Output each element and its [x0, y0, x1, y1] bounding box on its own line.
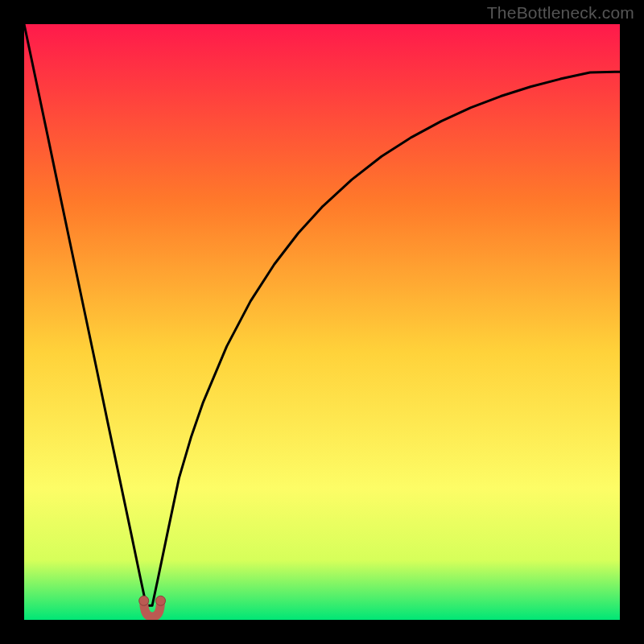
chart-frame: TheBottleneck.com — [0, 0, 644, 644]
plot-area — [24, 24, 620, 620]
gradient-background — [24, 24, 620, 620]
watermark-text: TheBottleneck.com — [487, 3, 634, 23]
min-marker-dot — [156, 596, 166, 605]
plot-svg — [24, 24, 620, 620]
min-marker-dot — [139, 596, 149, 605]
